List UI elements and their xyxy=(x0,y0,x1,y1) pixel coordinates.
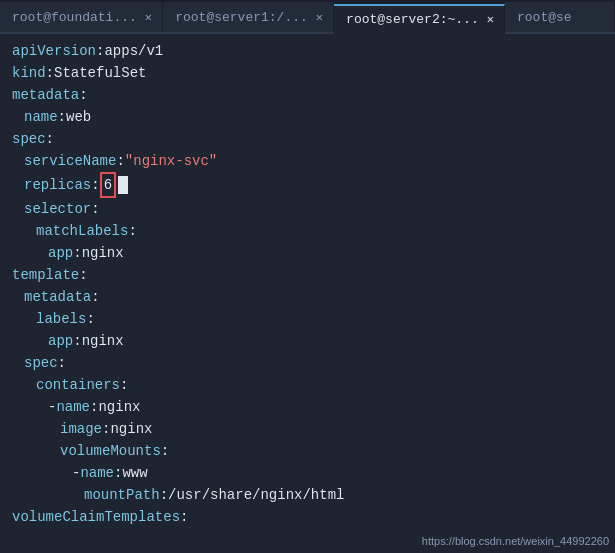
val-mount-name: www xyxy=(122,462,147,484)
code-line-21: mountPath: /usr/share/nginx/html xyxy=(12,484,611,506)
key-template-spec: spec xyxy=(24,352,58,374)
val-app-label: nginx xyxy=(82,330,124,352)
val-mountpath: /usr/share/nginx/html xyxy=(168,484,344,506)
tab-2-close[interactable]: ✕ xyxy=(316,10,323,25)
val-image: nginx xyxy=(110,418,152,440)
code-line-9: matchLabels: xyxy=(12,220,611,242)
content-area: apiVersion: apps/v1 kind: StatefulSet me… xyxy=(0,34,615,553)
val-replicas: 6 xyxy=(104,177,112,193)
val-name-web: web xyxy=(66,106,91,128)
code-line-10: app: nginx xyxy=(12,242,611,264)
key-labels: labels xyxy=(36,308,86,330)
code-line-4: name: web xyxy=(12,106,611,128)
code-line-7: replicas: 6 xyxy=(12,172,611,198)
tab-1-label: root@foundati... xyxy=(12,10,137,25)
tab-2-label: root@server1:/... xyxy=(175,10,308,25)
key-replicas: replicas xyxy=(24,174,91,196)
key-volumemounts: volumeMounts xyxy=(60,440,161,462)
key-selector: selector xyxy=(24,198,91,220)
tab-4-label: root@se xyxy=(517,10,572,25)
cursor xyxy=(118,176,128,194)
key-mount-name: name xyxy=(80,462,114,484)
key-containers: containers xyxy=(36,374,120,396)
code-line-13: labels: xyxy=(12,308,611,330)
key-servicename: serviceName xyxy=(24,150,116,172)
code-line-3: metadata: xyxy=(12,84,611,106)
code-line-14: app: nginx xyxy=(12,330,611,352)
key-image: image xyxy=(60,418,102,440)
code-line-2: kind: StatefulSet xyxy=(12,62,611,84)
code-line-5: spec: xyxy=(12,128,611,150)
key-matchlabels: matchLabels xyxy=(36,220,128,242)
watermark: https://blog.csdn.net/weixin_44992260 xyxy=(422,535,609,547)
val-app-selector: nginx xyxy=(82,242,124,264)
code-line-18: image: nginx xyxy=(12,418,611,440)
val-container-name: nginx xyxy=(98,396,140,418)
key-container-name: name xyxy=(56,396,90,418)
key-name-web: name xyxy=(24,106,58,128)
code-editor[interactable]: apiVersion: apps/v1 kind: StatefulSet me… xyxy=(4,40,611,528)
code-line-12: metadata: xyxy=(12,286,611,308)
tab-3[interactable]: root@server2:~... ✕ xyxy=(334,4,505,34)
tab-4[interactable]: root@se xyxy=(505,2,615,32)
code-line-20: - name: www xyxy=(12,462,611,484)
code-line-6: serviceName: "nginx-svc" xyxy=(12,150,611,172)
key-template-metadata: metadata xyxy=(24,286,91,308)
key-kind: kind xyxy=(12,62,46,84)
val-kind: StatefulSet xyxy=(54,62,146,84)
tab-3-close[interactable]: ✕ xyxy=(487,12,494,27)
key-app-label: app xyxy=(48,330,73,352)
tab-bar: root@foundati... ✕ root@server1:/... ✕ r… xyxy=(0,0,615,34)
replicas-highlight: 6 xyxy=(100,172,116,198)
code-line-8: selector: xyxy=(12,198,611,220)
key-spec: spec xyxy=(12,128,46,150)
code-line-22: volumeClaimTemplates: xyxy=(12,506,611,528)
code-line-17: - name: nginx xyxy=(12,396,611,418)
key-app-selector: app xyxy=(48,242,73,264)
code-line-15: spec: xyxy=(12,352,611,374)
val-apiversion: apps/v1 xyxy=(104,40,163,62)
tab-1-close[interactable]: ✕ xyxy=(145,10,152,25)
tab-3-label: root@server2:~... xyxy=(346,12,479,27)
tab-1[interactable]: root@foundati... ✕ xyxy=(0,2,163,32)
key-template: template xyxy=(12,264,79,286)
key-volumeclaimtemplates: volumeClaimTemplates xyxy=(12,506,180,528)
val-servicename: "nginx-svc" xyxy=(125,150,217,172)
code-line-11: template: xyxy=(12,264,611,286)
key-metadata: metadata xyxy=(12,84,79,106)
code-line-16: containers: xyxy=(12,374,611,396)
key-apiversion: apiVersion xyxy=(12,40,96,62)
code-line-19: volumeMounts: xyxy=(12,440,611,462)
code-line-1: apiVersion: apps/v1 xyxy=(12,40,611,62)
tab-2[interactable]: root@server1:/... ✕ xyxy=(163,2,334,32)
key-mountpath: mountPath xyxy=(84,484,160,506)
terminal-container: root@foundati... ✕ root@server1:/... ✕ r… xyxy=(0,0,615,553)
